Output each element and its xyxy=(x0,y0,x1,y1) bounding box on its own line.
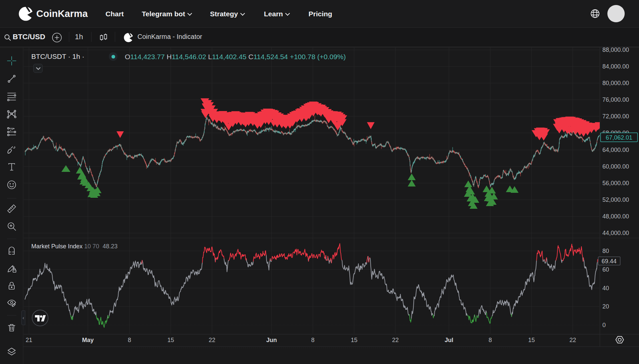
svg-text:84,000.00: 84,000.00 xyxy=(602,63,629,70)
svg-text:44,000.00: 44,000.00 xyxy=(602,230,629,236)
svg-text:56,000.00: 56,000.00 xyxy=(602,180,629,186)
svg-text:15: 15 xyxy=(528,337,535,343)
svg-text:22: 22 xyxy=(209,337,215,343)
svg-text:69.44: 69.44 xyxy=(601,258,616,265)
svg-text:15: 15 xyxy=(351,337,357,343)
svg-text:76,000.00: 76,000.00 xyxy=(602,96,629,103)
svg-text:8: 8 xyxy=(311,337,315,343)
svg-text:21: 21 xyxy=(26,337,32,343)
svg-text:22: 22 xyxy=(392,337,399,343)
svg-text:20: 20 xyxy=(602,303,609,310)
svg-text:May: May xyxy=(82,337,94,343)
svg-text:8: 8 xyxy=(489,337,492,343)
svg-text:48,000.00: 48,000.00 xyxy=(602,213,629,220)
svg-text:40: 40 xyxy=(602,285,609,292)
svg-text:22: 22 xyxy=(569,337,576,343)
svg-text:15: 15 xyxy=(167,337,174,343)
svg-text:Jun: Jun xyxy=(266,337,277,343)
svg-text:8: 8 xyxy=(128,337,131,343)
svg-text:60,000.00: 60,000.00 xyxy=(602,163,629,170)
svg-text:Jul: Jul xyxy=(445,337,453,343)
svg-text:0: 0 xyxy=(602,322,606,328)
svg-text:80: 80 xyxy=(602,248,609,254)
svg-text:64,000.00: 64,000.00 xyxy=(602,147,629,153)
svg-text:52,000.00: 52,000.00 xyxy=(602,196,629,203)
svg-text:60: 60 xyxy=(602,266,609,273)
svg-text:88,000.00: 88,000.00 xyxy=(602,47,629,53)
svg-text:80,000.00: 80,000.00 xyxy=(602,80,629,86)
svg-text:67,062.01: 67,062.01 xyxy=(606,134,632,141)
svg-text:72,000.00: 72,000.00 xyxy=(602,113,629,120)
